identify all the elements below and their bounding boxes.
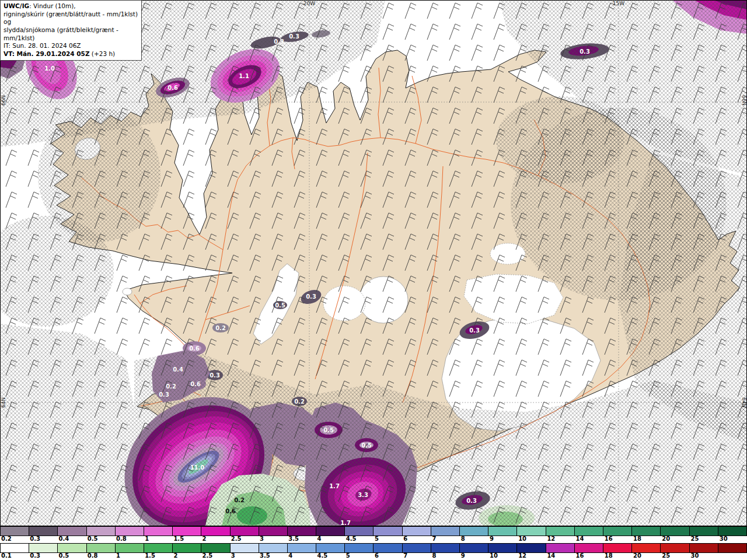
colorbar-cell: [690, 544, 718, 552]
precip-value-label: 0.3: [469, 327, 480, 334]
colorbar-cell: [87, 544, 116, 552]
colorbar-tick-label: 0.3: [30, 552, 40, 559]
colorbar-cell: [345, 527, 374, 536]
precip-value-label: 1.7: [329, 483, 340, 489]
colorbar-cell: [374, 527, 402, 536]
colorbar-cell: [201, 527, 230, 536]
colorbar-tick-label: 1.5: [145, 552, 155, 559]
precip-value-label: 0.3: [580, 48, 590, 55]
colorbar-tick-label: 0.5: [88, 536, 98, 542]
snow-scale-labels: 0.20.30.40.50.811.522.533.544.5567891012…: [0, 536, 747, 543]
colorbar-tick-label: 4.5: [317, 552, 328, 559]
info-line-valid-time: VT: Mán. 29.01.2024 05Z (+23 h): [4, 50, 138, 58]
colorbar-cell: [460, 544, 488, 552]
colorbar-tick-label: 2.5: [203, 552, 213, 559]
colorbar-tick-label: 7: [432, 536, 436, 542]
colorbar-tick-label: 10: [518, 536, 526, 542]
colorbar-cell: [403, 527, 431, 536]
colorbar-tick-label: 14: [547, 552, 555, 559]
colorbar-cell: [632, 527, 661, 536]
precip-value-label: 0.3: [274, 38, 284, 45]
colorbar-cell: [546, 527, 575, 536]
colorbar-cell: [403, 544, 431, 552]
precip-value-label: 0.6: [225, 508, 236, 514]
precip-value-label: 0.5: [361, 442, 372, 449]
colorbar-tick-label: 12: [518, 552, 526, 559]
precip-value-label: 0.2: [215, 325, 226, 331]
colorbar-cell: [231, 527, 259, 536]
colorbar-cell: [58, 544, 86, 552]
colorbar-cell: [632, 544, 661, 552]
colorbar-cell: [58, 527, 86, 536]
precip-value-label: 3.3: [358, 492, 368, 498]
colorbar-cell: [546, 544, 575, 552]
colorbar-cell: [345, 544, 374, 552]
colorbar-tick-label: 7: [403, 552, 407, 559]
precip-value-label: 0.5: [323, 427, 334, 433]
colorbar-cell: [603, 527, 632, 536]
colorbar-tick-label: 9: [461, 552, 465, 559]
colorbar-tick-label: 0.8: [116, 536, 127, 542]
weather-map: 20W 15W 66N 64N 66N 64N: [0, 0, 747, 526]
colorbar-tick-label: 14: [576, 536, 584, 542]
colorbar-cell: [488, 544, 517, 552]
colorbar-cell: [517, 544, 546, 552]
precip-value-label: 0.2: [234, 497, 245, 503]
colorbar-tick-label: 30: [691, 552, 699, 559]
colorbar-cell: [259, 527, 288, 536]
colorbar-cell: [173, 544, 201, 552]
colorbar-cell: [460, 527, 488, 536]
precip-value-label: 1.1: [239, 73, 249, 79]
precip-value-label: 0.6: [190, 381, 201, 387]
colorbar-cell: [718, 527, 747, 536]
map-info-box: UWC/IG: Vindur (10m), rigning/skúrir (gr…: [0, 0, 142, 61]
colorbar-tick-label: 3: [260, 536, 264, 542]
colorbar-tick-label: 5: [346, 552, 350, 559]
colorbar-cell: [231, 544, 259, 552]
precip-value-label: 0.3: [466, 498, 477, 504]
colorbar-cell: [374, 544, 402, 552]
colorbar-cell: [718, 544, 747, 552]
wind-barbs-overlay: [0, 0, 747, 526]
colorbar-tick-label: 2: [173, 552, 177, 559]
colorbar-tick-label: 18: [633, 536, 641, 542]
colorbar-tick-label: 3.5: [288, 536, 299, 542]
colorbar-cell: [431, 544, 460, 552]
colorbar-tick-label: 1: [116, 552, 120, 559]
colorbar-tick-label: 30: [720, 536, 728, 542]
colorbar-cell: [144, 544, 173, 552]
rain-scale-bar: [0, 543, 747, 553]
colorbar-cell: [173, 527, 201, 536]
colorbar-tick-label: 0.3: [30, 536, 40, 542]
weather-map-page: 20W 15W 66N 64N 66N 64N: [0, 0, 747, 560]
colorbar-cell: [431, 527, 460, 536]
colorbar-tick-label: 5: [375, 536, 379, 542]
colorbar-cell: [116, 527, 144, 536]
colorbar-cell: [201, 544, 230, 552]
precip-value-label: 0.2: [294, 398, 305, 405]
colorbar-cell: [517, 527, 546, 536]
colorbar-cell: [259, 544, 288, 552]
colorbar-tick-label: 1.5: [173, 536, 184, 542]
colorbar-cell: [288, 527, 316, 536]
colorbar-tick-label: 20: [662, 536, 670, 542]
colorbar-tick-label: 9: [490, 536, 494, 542]
colorbar-tick-label: 10: [490, 552, 498, 559]
colorbar-tick-label: 12: [547, 536, 555, 542]
precip-value-label: 0.3: [306, 293, 316, 300]
precip-value-label: 0.3: [210, 372, 220, 379]
colorbar-tick-label: 16: [605, 536, 613, 542]
colorbar-cell: [144, 527, 173, 536]
colorbar-tick-label: 4: [317, 536, 322, 542]
precip-value-label: 0.3: [289, 33, 299, 40]
info-line-init-time: IT: Sun. 28. 01. 2024 06Z: [4, 42, 138, 50]
colorbar-tick-label: 8: [432, 552, 436, 559]
colorbar-tick-label: 16: [576, 552, 584, 559]
colorbar-cell: [661, 544, 689, 552]
colorbar-cell: [575, 544, 603, 552]
precip-value-label: 0.2: [166, 383, 176, 390]
colorbar-cell: [488, 527, 517, 536]
colorbar-tick-label: 0.1: [1, 552, 12, 559]
colorbar-tick-label: 1: [145, 536, 149, 542]
colorbar-cell: [29, 544, 58, 552]
